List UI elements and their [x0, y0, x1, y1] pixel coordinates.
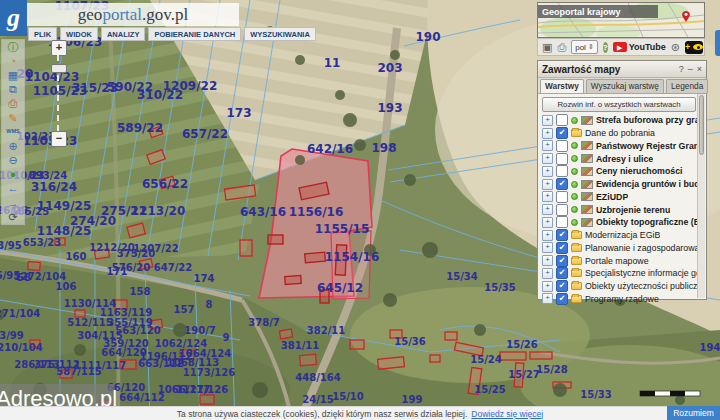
refresh-icon[interactable]: ⟳ [2, 210, 24, 224]
layer-label[interactable]: Portale mapowe [585, 256, 649, 266]
layer-label[interactable]: Ewidencja gruntów i budynków [596, 179, 697, 189]
back-icon[interactable]: ← [2, 182, 24, 196]
font-size-plus: + [685, 43, 690, 52]
layer-checkbox[interactable] [556, 153, 568, 165]
expand-icon[interactable]: + [542, 268, 553, 279]
panel-minimize-icon[interactable]: – [688, 65, 693, 74]
expand-icon[interactable]: + [542, 128, 553, 139]
layer-list: +Strefa buforowa przy granicy polsko-bia… [538, 114, 706, 305]
layer-label[interactable]: Modernizacja EGiB [585, 230, 660, 240]
layer-checkbox[interactable]: ✔ [556, 280, 568, 292]
layer-row: +✔Ewidencja gruntów i budynków [538, 178, 697, 191]
layer-label[interactable]: Adresy i ulice [596, 154, 653, 164]
panel-header[interactable]: Zawartość mapy ? – × [538, 61, 706, 78]
draw-icon[interactable]: ✎ [2, 111, 24, 125]
raster-layer-icon [581, 154, 593, 163]
layer-label[interactable]: Dane do pobrania [585, 128, 655, 138]
utility-toolbar: ▣ ⎙ pol ⇕ ? ▶ YouTube ⊛ + [537, 38, 705, 56]
layer-checkbox[interactable] [556, 216, 568, 228]
expand-icon[interactable]: + [542, 191, 553, 202]
layer-label[interactable]: Planowanie i zagospodarowanie przestrzen… [585, 243, 697, 253]
expand-icon[interactable]: + [542, 230, 553, 241]
menu-plik[interactable]: PLIK [28, 27, 57, 41]
screen-share-icon[interactable]: ⧉ [2, 83, 24, 97]
menu-pobieranie-danych[interactable]: POBIERANIE DANYCH [148, 27, 241, 41]
layout-icon[interactable]: ▣ [542, 42, 552, 53]
language-select[interactable]: pol ⇕ [571, 40, 598, 54]
expand-icon[interactable]: + [542, 204, 553, 215]
layer-label[interactable]: Specjalistyczne informacje geodezyjne [585, 268, 697, 278]
layer-label[interactable]: Obiekty topograficzne (BDOT500) [596, 217, 697, 227]
layer-label[interactable]: Programy rządowe [585, 294, 659, 304]
panel-close-icon[interactable]: × [697, 65, 702, 74]
layer-row: +✔Planowanie i zagospodarowanie przestrz… [538, 242, 697, 255]
youtube-link[interactable]: ▶ YouTube [613, 42, 666, 52]
layer-checkbox[interactable]: ✔ [556, 178, 568, 190]
menu-analizy[interactable]: ANALIZY [101, 27, 146, 41]
layer-row: +✔Programy rządowe [538, 293, 697, 306]
tab-warstwy[interactable]: Warstwy [540, 79, 584, 93]
print-icon[interactable]: ⎙ [2, 97, 24, 111]
expand-all-layers-button[interactable]: Rozwiń inf. o wszystkich warstwach [542, 97, 696, 112]
expand-icon[interactable]: + [542, 140, 553, 151]
layer-checkbox[interactable]: ✔ [556, 267, 568, 279]
layer-checkbox[interactable] [556, 140, 568, 152]
panel-help-icon[interactable]: ? [679, 65, 684, 74]
layer-label[interactable]: Uzbrojenie terenu [596, 205, 670, 215]
printer-icon[interactable]: ⎙ [557, 42, 566, 53]
panel-collapse-tab[interactable] [715, 30, 720, 56]
expand-icon[interactable]: + [542, 153, 553, 164]
tab-legenda[interactable]: Legenda [666, 79, 708, 93]
forward-icon[interactable]: → [2, 196, 24, 210]
layer-checkbox[interactable]: ✔ [556, 255, 568, 267]
expand-icon[interactable]: + [542, 179, 553, 190]
geoportal-logo[interactable]: g [0, 0, 27, 36]
menu-widok[interactable]: WIDOK [60, 27, 98, 41]
settings-icon[interactable]: ⊛ [671, 42, 680, 53]
scrollbar-thumb[interactable] [699, 95, 704, 155]
panel-scrollbar[interactable] [697, 94, 705, 298]
youtube-play-icon: ▶ [613, 42, 627, 52]
layer-checkbox[interactable]: ✔ [556, 229, 568, 241]
help-button[interactable]: ? [603, 42, 608, 53]
contrast-toggle[interactable]: + [685, 41, 703, 54]
zoom-slider-handle[interactable] [51, 64, 67, 73]
zoom-in-button[interactable]: + [51, 40, 67, 56]
layer-label[interactable]: EZiUDP [596, 192, 628, 202]
table-icon[interactable]: ▦ [2, 68, 24, 82]
expand-icon[interactable]: + [542, 293, 553, 304]
layer-label[interactable]: Strefa buforowa przy granicy polsko-biał… [596, 115, 697, 125]
layer-label[interactable]: Ceny nieruchomości [596, 166, 683, 176]
raster-layer-icon [581, 141, 593, 150]
globe-icon[interactable]: ● [2, 168, 24, 182]
layer-label[interactable]: Państwowy Rejestr Granic [596, 141, 697, 151]
expand-icon[interactable]: + [542, 217, 553, 228]
expand-icon[interactable]: + [542, 281, 553, 292]
layer-checkbox[interactable] [556, 204, 568, 216]
cookie-accept-button[interactable]: Rozumiem [667, 406, 720, 420]
layer-checkbox[interactable]: ✔ [556, 293, 568, 305]
scale-bar [640, 391, 700, 396]
tab-wyszukaj-warstwę[interactable]: Wyszukaj warstwę [586, 79, 664, 93]
zoom-in-icon[interactable]: ⊕ [2, 139, 24, 153]
layer-row: +EZiUDP [538, 191, 697, 204]
expand-icon[interactable]: + [542, 166, 553, 177]
cookie-learn-more-link[interactable]: Dowiedz się więcej [471, 409, 543, 419]
expand-icon[interactable]: + [542, 255, 553, 266]
layer-row: +Adresy i ulice [538, 152, 697, 165]
layer-label[interactable]: Obiekty użyteczności publicznej [585, 281, 697, 291]
layer-checkbox[interactable] [556, 114, 568, 126]
expand-icon[interactable]: + [542, 115, 553, 126]
overview-minimap[interactable]: Geoportal krajowy [537, 2, 705, 38]
layer-checkbox[interactable]: ✔ [556, 242, 568, 254]
wms-icon[interactable]: WMS [2, 125, 24, 139]
history-icon[interactable]: ◔ [2, 54, 24, 68]
expand-icon[interactable]: + [542, 242, 553, 253]
info-icon[interactable]: ⓘ [2, 40, 24, 54]
zoom-out-icon[interactable]: ⊖ [2, 154, 24, 168]
zoom-out-button[interactable]: − [51, 131, 67, 147]
layer-checkbox[interactable]: ✔ [556, 127, 568, 139]
layer-checkbox[interactable] [556, 165, 568, 177]
menu-wyszukiwania[interactable]: WYSZUKIWANIA [244, 27, 316, 41]
layer-checkbox[interactable] [556, 191, 568, 203]
